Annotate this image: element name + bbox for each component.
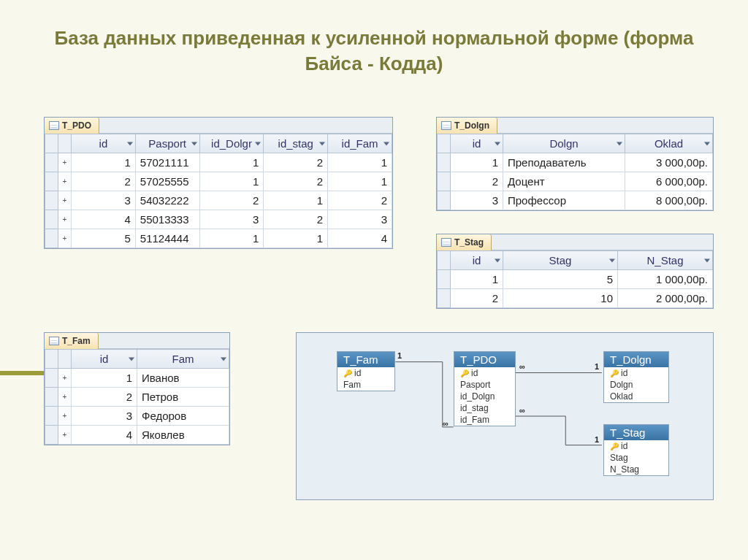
row-selector[interactable] xyxy=(45,388,58,407)
table-row[interactable]: 2102 000,00р. xyxy=(438,289,713,308)
cell[interactable]: 2 xyxy=(199,191,264,210)
cell[interactable]: 8 000,00р. xyxy=(625,191,713,210)
expand-toggle[interactable]: + xyxy=(58,210,72,229)
dropdown-icon[interactable] xyxy=(704,142,710,145)
datasheet-pdo[interactable]: id Pasport id_Dolgr id_stag id_Fam +1570… xyxy=(45,134,392,248)
row-selector[interactable] xyxy=(45,153,58,172)
dropdown-icon[interactable] xyxy=(617,142,622,145)
cell[interactable]: 57025555 xyxy=(135,172,199,191)
cell[interactable]: 2 xyxy=(451,289,503,308)
row-selector[interactable] xyxy=(45,229,58,248)
row-selector[interactable] xyxy=(45,369,58,388)
cell[interactable]: Профессор xyxy=(503,191,625,210)
table-row[interactable]: 2Доцент6 000,00р. xyxy=(438,172,713,191)
cell[interactable]: Доцент xyxy=(503,172,625,191)
cell[interactable]: 2 xyxy=(264,153,328,172)
cell[interactable]: 1 xyxy=(451,270,503,289)
expand-toggle[interactable]: + xyxy=(58,229,72,248)
cell[interactable]: 1 xyxy=(199,172,264,191)
cell[interactable]: 1 000,00р. xyxy=(618,270,713,289)
row-selector[interactable] xyxy=(438,191,451,210)
entity-pdo[interactable]: T_PDO id Pasport id_Dolgn id_stag id_Fam xyxy=(454,351,516,426)
cell[interactable]: 2 xyxy=(451,172,503,191)
col-header[interactable]: Pasport xyxy=(135,134,199,153)
cell[interactable]: 2 000,00р. xyxy=(618,289,713,308)
row-selector[interactable] xyxy=(45,172,58,191)
table-row[interactable]: +4Яковлев xyxy=(45,426,229,445)
table-row[interactable]: +2Петров xyxy=(45,388,229,407)
cell[interactable]: 2 xyxy=(264,172,328,191)
col-header[interactable]: Fam xyxy=(137,350,229,369)
cell[interactable]: Яковлев xyxy=(137,426,229,445)
col-header[interactable]: N_Stag xyxy=(618,251,713,270)
dropdown-icon[interactable] xyxy=(221,357,226,361)
cell[interactable]: 2 xyxy=(328,191,392,210)
row-selector[interactable] xyxy=(45,191,58,210)
col-header[interactable]: id xyxy=(72,350,137,369)
row-selector[interactable] xyxy=(438,289,451,308)
col-header[interactable]: id_Dolgr xyxy=(199,134,264,153)
table-row[interactable]: +1Иванов xyxy=(45,369,229,388)
datasheet-stag[interactable]: id Stag N_Stag 151 000,00р.2102 000,00р. xyxy=(437,250,713,308)
col-header[interactable]: id xyxy=(72,134,136,153)
cell[interactable]: 10 xyxy=(503,289,618,308)
expand-toggle[interactable]: + xyxy=(58,191,72,210)
cell[interactable]: 1 xyxy=(328,153,392,172)
dropdown-icon[interactable] xyxy=(495,258,500,262)
cell[interactable]: Преподаватель xyxy=(503,153,625,172)
tab-stag[interactable]: T_Stag xyxy=(437,234,492,250)
table-row[interactable]: +354032222212 xyxy=(45,191,392,210)
cell[interactable]: 1 xyxy=(264,191,328,210)
table-row[interactable]: +257025555121 xyxy=(45,172,392,191)
row-selector[interactable] xyxy=(45,426,58,445)
tab-dolgn[interactable]: T_Dolgn xyxy=(437,118,497,134)
row-selector[interactable] xyxy=(45,210,58,229)
expand-toggle[interactable]: + xyxy=(58,172,72,191)
entity-dolgn[interactable]: T_Dolgn id Dolgn Oklad xyxy=(603,351,669,403)
cell[interactable]: 1 xyxy=(328,172,392,191)
row-selector-header[interactable] xyxy=(438,134,451,153)
cell[interactable]: 55013333 xyxy=(135,210,199,229)
datasheet-fam[interactable]: id Fam +1Иванов+2Петров+3Федоров+4Яковле… xyxy=(45,349,229,445)
table-row[interactable]: +455013333323 xyxy=(45,210,392,229)
dropdown-icon[interactable] xyxy=(319,142,325,145)
cell[interactable]: 3 xyxy=(72,407,137,426)
col-header[interactable]: id_stag xyxy=(264,134,328,153)
cell[interactable]: 3 xyxy=(451,191,503,210)
entity-stag[interactable]: T_Stag id Stag N_Stag xyxy=(603,424,669,476)
cell[interactable]: 2 xyxy=(72,172,136,191)
expand-toggle[interactable]: + xyxy=(58,388,72,407)
cell[interactable]: 5 xyxy=(503,270,618,289)
col-header[interactable]: id xyxy=(451,134,503,153)
cell[interactable]: 4 xyxy=(72,210,136,229)
col-header[interactable]: id_Fam xyxy=(328,134,392,153)
cell[interactable]: 1 xyxy=(72,369,137,388)
table-row[interactable]: +3Федоров xyxy=(45,407,229,426)
cell[interactable]: 51124444 xyxy=(135,229,199,248)
cell[interactable]: 3 xyxy=(328,210,392,229)
row-selector[interactable] xyxy=(438,153,451,172)
cell[interactable]: 4 xyxy=(328,229,392,248)
col-header[interactable]: Oklad xyxy=(625,134,713,153)
cell[interactable]: 2 xyxy=(72,388,137,407)
dropdown-icon[interactable] xyxy=(704,258,710,262)
cell[interactable]: 3 xyxy=(72,191,136,210)
row-selector-header[interactable] xyxy=(45,134,58,153)
cell[interactable]: 1 xyxy=(264,229,328,248)
cell[interactable]: 4 xyxy=(72,426,137,445)
cell[interactable]: 57021111 xyxy=(135,153,199,172)
row-selector[interactable] xyxy=(438,172,451,191)
cell[interactable]: Федоров xyxy=(137,407,229,426)
table-row[interactable]: 151 000,00р. xyxy=(438,270,713,289)
expand-toggle[interactable]: + xyxy=(58,369,72,388)
table-row[interactable]: +551124444114 xyxy=(45,229,392,248)
expand-toggle[interactable]: + xyxy=(58,153,72,172)
expand-toggle[interactable]: + xyxy=(58,426,72,445)
col-header[interactable]: id xyxy=(451,251,503,270)
dropdown-icon[interactable] xyxy=(495,142,500,145)
entity-fam[interactable]: T_Fam id Fam xyxy=(337,351,395,391)
table-row[interactable]: 1Преподаватель3 000,00р. xyxy=(438,153,713,172)
cell[interactable]: 54032222 xyxy=(135,191,199,210)
dropdown-icon[interactable] xyxy=(255,142,261,145)
expand-toggle[interactable]: + xyxy=(58,407,72,426)
